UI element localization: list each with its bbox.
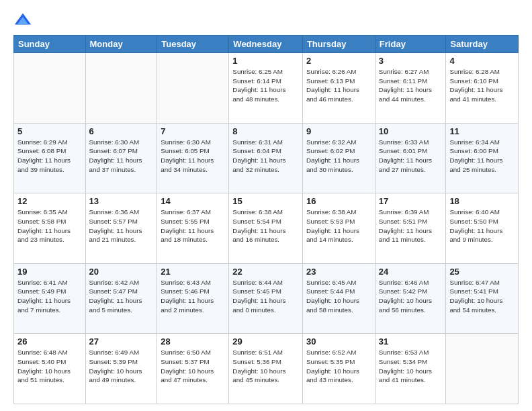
day-cell: 16Sunrise: 6:38 AMSunset: 5:53 PMDayligh… — [302, 193, 375, 264]
weekday-header-saturday: Saturday — [446, 36, 519, 53]
day-info: Sunrise: 6:27 AMSunset: 6:11 PMDaylight:… — [379, 67, 443, 104]
day-info: Sunrise: 6:41 AMSunset: 5:49 PMDaylight:… — [17, 278, 82, 315]
day-cell: 4Sunrise: 6:28 AMSunset: 6:10 PMDaylight… — [446, 53, 519, 124]
day-number: 10 — [379, 126, 443, 136]
weekday-header-tuesday: Tuesday — [157, 36, 229, 53]
weekday-header-monday: Monday — [85, 36, 157, 53]
day-number: 7 — [161, 126, 225, 136]
day-cell: 3Sunrise: 6:27 AMSunset: 6:11 PMDaylight… — [375, 53, 446, 124]
day-info: Sunrise: 6:43 AMSunset: 5:46 PMDaylight:… — [161, 278, 225, 315]
day-info: Sunrise: 6:30 AMSunset: 6:05 PMDaylight:… — [161, 138, 225, 175]
day-cell: 5Sunrise: 6:29 AMSunset: 6:08 PMDaylight… — [14, 123, 86, 193]
day-cell: 6Sunrise: 6:30 AMSunset: 6:07 PMDaylight… — [85, 123, 157, 193]
day-number: 16 — [306, 196, 371, 206]
day-number: 17 — [379, 196, 443, 206]
day-cell: 28Sunrise: 6:50 AMSunset: 5:37 PMDayligh… — [157, 334, 229, 404]
day-info: Sunrise: 6:45 AMSunset: 5:44 PMDaylight:… — [306, 278, 371, 315]
day-info: Sunrise: 6:50 AMSunset: 5:37 PMDaylight:… — [161, 348, 225, 385]
top-section — [13, 11, 519, 30]
day-info: Sunrise: 6:46 AMSunset: 5:42 PMDaylight:… — [379, 278, 443, 315]
week-row-4: 19Sunrise: 6:41 AMSunset: 5:49 PMDayligh… — [14, 263, 519, 334]
day-info: Sunrise: 6:42 AMSunset: 5:47 PMDaylight:… — [89, 278, 154, 315]
day-number: 2 — [306, 56, 371, 66]
weekday-header-row: SundayMondayTuesdayWednesdayThursdayFrid… — [14, 36, 519, 53]
day-info: Sunrise: 6:34 AMSunset: 6:00 PMDaylight:… — [449, 138, 515, 175]
day-number: 18 — [449, 196, 515, 206]
day-number: 30 — [306, 336, 371, 347]
week-row-2: 5Sunrise: 6:29 AMSunset: 6:08 PMDaylight… — [14, 123, 519, 193]
day-number: 26 — [17, 336, 82, 347]
day-number: 5 — [17, 126, 82, 136]
day-cell — [85, 53, 157, 124]
day-cell: 19Sunrise: 6:41 AMSunset: 5:49 PMDayligh… — [14, 263, 86, 334]
day-info: Sunrise: 6:52 AMSunset: 5:35 PMDaylight:… — [306, 348, 371, 385]
logo-icon — [13, 11, 32, 30]
day-info: Sunrise: 6:49 AMSunset: 5:39 PMDaylight:… — [89, 348, 154, 385]
day-info: Sunrise: 6:38 AMSunset: 5:53 PMDaylight:… — [306, 208, 371, 244]
weekday-header-thursday: Thursday — [302, 36, 375, 53]
day-number: 20 — [89, 267, 154, 277]
day-info: Sunrise: 6:51 AMSunset: 5:36 PMDaylight:… — [232, 348, 299, 385]
day-number: 19 — [17, 267, 82, 277]
day-number: 1 — [232, 56, 299, 66]
day-cell: 10Sunrise: 6:33 AMSunset: 6:01 PMDayligh… — [375, 123, 446, 193]
page: SundayMondayTuesdayWednesdayThursdayFrid… — [0, 0, 532, 411]
week-row-3: 12Sunrise: 6:35 AMSunset: 5:58 PMDayligh… — [14, 193, 519, 264]
day-number: 31 — [379, 336, 443, 347]
weekday-header-sunday: Sunday — [14, 36, 86, 53]
day-info: Sunrise: 6:32 AMSunset: 6:02 PMDaylight:… — [306, 138, 371, 175]
day-number: 11 — [449, 126, 515, 136]
day-info: Sunrise: 6:53 AMSunset: 5:34 PMDaylight:… — [379, 348, 443, 385]
day-cell: 1Sunrise: 6:25 AMSunset: 6:14 PMDaylight… — [229, 53, 303, 124]
day-cell: 13Sunrise: 6:36 AMSunset: 5:57 PMDayligh… — [85, 193, 157, 264]
logo — [13, 11, 35, 30]
day-cell: 31Sunrise: 6:53 AMSunset: 5:34 PMDayligh… — [375, 334, 446, 404]
week-row-1: 1Sunrise: 6:25 AMSunset: 6:14 PMDaylight… — [14, 53, 519, 124]
calendar-table: SundayMondayTuesdayWednesdayThursdayFrid… — [13, 35, 519, 404]
day-number: 22 — [232, 267, 299, 277]
weekday-header-wednesday: Wednesday — [229, 36, 303, 53]
day-number: 9 — [306, 126, 371, 136]
day-cell: 20Sunrise: 6:42 AMSunset: 5:47 PMDayligh… — [85, 263, 157, 334]
day-info: Sunrise: 6:48 AMSunset: 5:40 PMDaylight:… — [17, 348, 82, 385]
day-info: Sunrise: 6:30 AMSunset: 6:07 PMDaylight:… — [89, 138, 154, 175]
day-cell: 9Sunrise: 6:32 AMSunset: 6:02 PMDaylight… — [302, 123, 375, 193]
day-cell: 11Sunrise: 6:34 AMSunset: 6:00 PMDayligh… — [446, 123, 519, 193]
day-number: 4 — [449, 56, 515, 66]
day-cell: 21Sunrise: 6:43 AMSunset: 5:46 PMDayligh… — [157, 263, 229, 334]
day-cell: 15Sunrise: 6:38 AMSunset: 5:54 PMDayligh… — [229, 193, 303, 264]
day-cell: 22Sunrise: 6:44 AMSunset: 5:45 PMDayligh… — [229, 263, 303, 334]
weekday-header-friday: Friday — [375, 36, 446, 53]
day-cell: 12Sunrise: 6:35 AMSunset: 5:58 PMDayligh… — [14, 193, 86, 264]
day-number: 14 — [161, 196, 225, 206]
day-cell: 18Sunrise: 6:40 AMSunset: 5:50 PMDayligh… — [446, 193, 519, 264]
day-info: Sunrise: 6:40 AMSunset: 5:50 PMDaylight:… — [449, 208, 515, 244]
day-info: Sunrise: 6:36 AMSunset: 5:57 PMDaylight:… — [89, 208, 154, 244]
day-cell: 29Sunrise: 6:51 AMSunset: 5:36 PMDayligh… — [229, 334, 303, 404]
day-cell: 7Sunrise: 6:30 AMSunset: 6:05 PMDaylight… — [157, 123, 229, 193]
day-number: 15 — [232, 196, 299, 206]
day-number: 28 — [161, 336, 225, 347]
day-number: 13 — [89, 196, 154, 206]
day-cell — [446, 334, 519, 404]
day-cell: 8Sunrise: 6:31 AMSunset: 6:04 PMDaylight… — [229, 123, 303, 193]
day-cell: 26Sunrise: 6:48 AMSunset: 5:40 PMDayligh… — [14, 334, 86, 404]
day-cell: 14Sunrise: 6:37 AMSunset: 5:55 PMDayligh… — [157, 193, 229, 264]
day-info: Sunrise: 6:31 AMSunset: 6:04 PMDaylight:… — [232, 138, 299, 175]
day-number: 8 — [232, 126, 299, 136]
day-info: Sunrise: 6:39 AMSunset: 5:51 PMDaylight:… — [379, 208, 443, 244]
week-row-5: 26Sunrise: 6:48 AMSunset: 5:40 PMDayligh… — [14, 334, 519, 404]
day-cell: 27Sunrise: 6:49 AMSunset: 5:39 PMDayligh… — [85, 334, 157, 404]
day-info: Sunrise: 6:28 AMSunset: 6:10 PMDaylight:… — [449, 67, 515, 104]
day-info: Sunrise: 6:26 AMSunset: 6:13 PMDaylight:… — [306, 67, 371, 104]
day-cell: 23Sunrise: 6:45 AMSunset: 5:44 PMDayligh… — [302, 263, 375, 334]
day-info: Sunrise: 6:35 AMSunset: 5:58 PMDaylight:… — [17, 208, 82, 244]
day-cell: 17Sunrise: 6:39 AMSunset: 5:51 PMDayligh… — [375, 193, 446, 264]
day-number: 3 — [379, 56, 443, 66]
day-number: 29 — [232, 336, 299, 347]
day-number: 23 — [306, 267, 371, 277]
day-number: 21 — [161, 267, 225, 277]
day-info: Sunrise: 6:25 AMSunset: 6:14 PMDaylight:… — [232, 67, 299, 104]
day-cell: 30Sunrise: 6:52 AMSunset: 5:35 PMDayligh… — [302, 334, 375, 404]
day-cell: 2Sunrise: 6:26 AMSunset: 6:13 PMDaylight… — [302, 53, 375, 124]
